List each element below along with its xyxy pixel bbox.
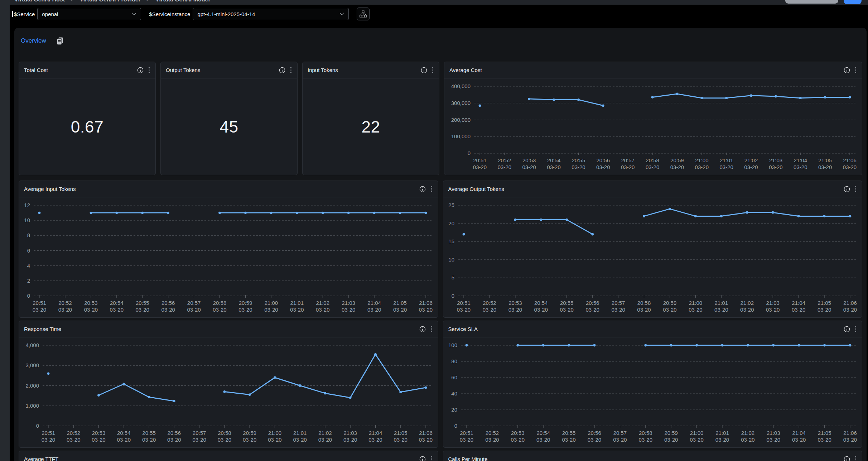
breadcrumb: Virtual GenAI Host > Virtual GenAI Provi… (14, 0, 210, 3)
chart-average-input-tokens: 02468101220:5103-2020:5203-2020:5303-202… (19, 197, 438, 317)
svg-text:03-20: 03-20 (84, 307, 98, 313)
kebab-menu-icon[interactable] (290, 66, 293, 74)
svg-text:03-20: 03-20 (792, 437, 806, 443)
svg-text:03-20: 03-20 (394, 437, 408, 443)
topbar-pill-button[interactable] (785, 0, 838, 4)
svg-text:03-20: 03-20 (817, 307, 831, 313)
svg-text:20:52: 20:52 (485, 430, 499, 436)
copy-pages-icon[interactable] (56, 37, 64, 45)
svg-text:20:53: 20:53 (84, 300, 98, 306)
svg-text:2: 2 (27, 278, 30, 284)
svg-text:03-20: 03-20 (585, 307, 599, 313)
svg-text:03-20: 03-20 (638, 437, 652, 443)
info-icon[interactable] (419, 456, 426, 461)
svg-text:20:51: 20:51 (473, 157, 487, 163)
svg-text:21:06: 21:06 (843, 430, 857, 436)
svg-text:03-20: 03-20 (547, 164, 560, 170)
kebab-menu-icon[interactable] (854, 66, 857, 74)
svg-text:03-20: 03-20 (238, 307, 252, 313)
kebab-menu-icon[interactable] (854, 455, 857, 461)
svg-text:03-20: 03-20 (534, 307, 548, 313)
svg-text:20:53: 20:53 (92, 430, 106, 436)
chart-card-response-time: Response Time 01,0002,0003,0004,00020:51… (19, 321, 438, 448)
svg-text:21:01: 21:01 (720, 157, 733, 163)
svg-text:03-20: 03-20 (498, 164, 511, 170)
svg-text:03-20: 03-20 (611, 307, 625, 313)
kebab-menu-icon[interactable] (430, 325, 433, 333)
info-icon[interactable] (421, 67, 427, 73)
svg-text:3,000: 3,000 (25, 362, 39, 368)
svg-text:03-20: 03-20 (367, 307, 381, 313)
info-icon[interactable] (137, 67, 144, 73)
svg-text:20:53: 20:53 (522, 157, 536, 163)
svg-text:21:01: 21:01 (714, 300, 728, 306)
breadcrumb-item-host[interactable]: Virtual GenAI Host (14, 0, 65, 3)
topology-view-button[interactable] (357, 8, 370, 20)
info-icon[interactable] (844, 186, 850, 192)
sitemap-icon (360, 10, 367, 18)
svg-text:20:56: 20:56 (585, 300, 599, 306)
svg-text:03-20: 03-20 (393, 307, 407, 313)
svg-text:03-20: 03-20 (621, 164, 635, 170)
breadcrumb-item-provider[interactable]: Virtual GenAI Provider (79, 0, 140, 3)
stat-value: 22 (303, 78, 439, 175)
kebab-menu-icon[interactable] (430, 185, 433, 193)
svg-text:21:00: 21:00 (695, 157, 709, 163)
svg-text:20:58: 20:58 (213, 300, 227, 306)
svg-text:03-20: 03-20 (740, 307, 754, 313)
svg-text:21:00: 21:00 (689, 300, 702, 306)
info-icon[interactable] (844, 456, 850, 461)
svg-text:21:04: 21:04 (792, 300, 805, 306)
card-title: Average Input Tokens (24, 186, 419, 192)
svg-text:03-20: 03-20 (243, 437, 256, 443)
info-icon[interactable] (844, 67, 850, 73)
info-icon[interactable] (419, 326, 426, 332)
svg-text:03-20: 03-20 (715, 437, 729, 443)
kebab-menu-icon[interactable] (854, 325, 857, 333)
svg-text:20:59: 20:59 (670, 157, 684, 163)
svg-text:03-20: 03-20 (343, 437, 357, 443)
svg-text:03-20: 03-20 (142, 437, 156, 443)
svg-text:03-20: 03-20 (794, 164, 807, 170)
info-icon[interactable] (419, 186, 426, 192)
svg-text:21:01: 21:01 (293, 430, 307, 436)
kebab-menu-icon[interactable] (854, 185, 857, 193)
svg-text:21:04: 21:04 (794, 157, 807, 163)
svg-text:03-20: 03-20 (33, 307, 46, 313)
chart-card-average-ttft: Average TTFT (19, 451, 438, 461)
service-select[interactable]: openai (37, 8, 141, 20)
kebab-menu-icon[interactable] (431, 66, 434, 74)
info-icon[interactable] (279, 67, 285, 73)
svg-text:20:54: 20:54 (547, 157, 561, 163)
svg-text:60: 60 (451, 374, 457, 380)
info-icon[interactable] (844, 326, 850, 332)
breadcrumb-item-model[interactable]: Virtual GenAI Model (155, 0, 210, 3)
breadcrumb-bar: Virtual GenAI Host > Virtual GenAI Provi… (10, 0, 868, 5)
svg-text:03-20: 03-20 (473, 164, 487, 170)
svg-text:03-20: 03-20 (42, 437, 55, 443)
svg-text:300,000: 300,000 (451, 100, 471, 106)
tab-overview[interactable]: Overview (21, 37, 46, 44)
svg-text:03-20: 03-20 (293, 437, 307, 443)
svg-text:20:51: 20:51 (42, 430, 55, 436)
svg-text:21:06: 21:06 (419, 430, 433, 436)
chart-average-cost: 0100,000200,000300,000400,00020:5103-202… (444, 78, 862, 175)
svg-text:03-20: 03-20 (664, 437, 678, 443)
svg-text:20:57: 20:57 (187, 300, 201, 306)
service-instance-select[interactable]: gpt-4.1-mini-2025-04-14 (193, 8, 349, 20)
svg-text:03-20: 03-20 (264, 307, 278, 313)
svg-text:03-20: 03-20 (218, 437, 231, 443)
svg-text:100,000: 100,000 (451, 133, 471, 139)
svg-text:03-20: 03-20 (58, 307, 72, 313)
svg-text:20:59: 20:59 (239, 300, 252, 306)
avatar[interactable] (844, 0, 862, 4)
svg-text:20:51: 20:51 (33, 300, 46, 306)
svg-text:20:57: 20:57 (193, 430, 206, 436)
svg-text:21:03: 21:03 (343, 430, 357, 436)
kebab-menu-icon[interactable] (148, 66, 151, 74)
sidebar-edge (0, 0, 10, 461)
svg-text:21:02: 21:02 (318, 430, 332, 436)
svg-text:21:01: 21:01 (715, 430, 729, 436)
svg-text:03-20: 03-20 (457, 307, 470, 313)
kebab-menu-icon[interactable] (430, 455, 433, 461)
